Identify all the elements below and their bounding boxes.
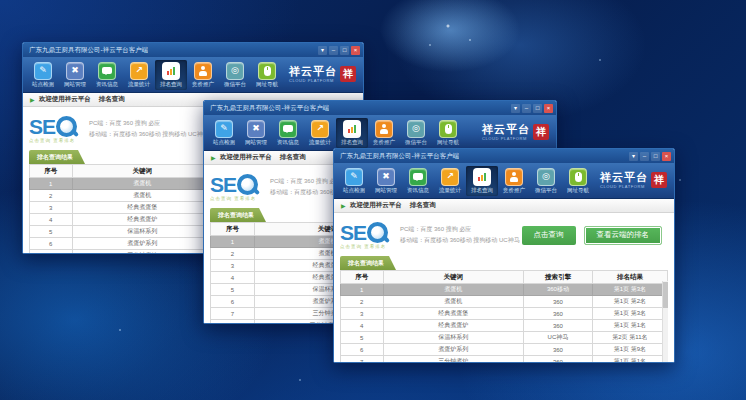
- skin-button[interactable]: ▾: [629, 152, 638, 161]
- minimize-button[interactable]: –: [522, 104, 531, 113]
- toolbar-item-traffic[interactable]: ↗ 流量统计: [123, 60, 155, 90]
- window-titlebar[interactable]: 广东九鼎王厨具有限公司-祥云平台客户端 ▾ – □ ×: [334, 149, 674, 163]
- cell-engine: 360: [524, 356, 593, 364]
- cell-index: 6: [211, 296, 255, 308]
- toolbar-item-site-manage[interactable]: ✖ 网站管理: [59, 60, 91, 90]
- seo-tagline: 点击查询 查看排名: [210, 196, 258, 201]
- toolbar-icon-glyph: ✎: [39, 66, 47, 75]
- close-button[interactable]: ×: [544, 104, 553, 113]
- cell-engine: 360: [524, 296, 593, 308]
- toolbar-icon-glyph: [575, 172, 582, 182]
- toolbar-item-site-manage[interactable]: ✖ 网站管理: [370, 166, 402, 196]
- tab-rank-results[interactable]: 排名查询结果: [29, 150, 85, 164]
- cell-index: 2: [211, 248, 255, 260]
- toolbar-item-site-check[interactable]: ✎ 站点检测: [208, 118, 240, 148]
- header-rank: 排名结果: [592, 271, 667, 284]
- toolbar-icon-glyph: ◎: [412, 124, 420, 133]
- table-row[interactable]: 3 经典煮蛋堡 360 第1页 第3名: [341, 308, 668, 320]
- tab-rank-results[interactable]: 排名查询结果: [210, 208, 266, 222]
- toolbar-item-site-nav[interactable]: 网址导航: [432, 118, 464, 148]
- tab-rank-results[interactable]: 排名查询结果: [340, 256, 396, 270]
- cell-rank: 第1页 第1名: [592, 356, 667, 364]
- toolbar-item-bid-promo[interactable]: 竞价推广: [187, 60, 219, 90]
- table-row[interactable]: 5 保温杯系列 UC神马 第2页 第11名: [341, 332, 668, 344]
- query-button[interactable]: 点击查询: [522, 226, 576, 245]
- toolbar-icon-glyph: ◎: [542, 172, 550, 181]
- site-manage-icon: ✖: [66, 62, 84, 80]
- seo-logo: SE 点击查询 查看排名: [210, 174, 258, 201]
- cell-index: 5: [211, 284, 255, 296]
- toolbar-item-wechat[interactable]: ◎ 微信平台: [400, 118, 432, 148]
- toolbar-item-site-nav[interactable]: 网址导航: [251, 60, 283, 90]
- cell-index: 8: [211, 320, 255, 325]
- toolbar-item-rank-query[interactable]: 排名查询: [155, 60, 187, 90]
- toolbar-item-label: 竞价推广: [192, 81, 214, 88]
- close-button[interactable]: ×: [662, 152, 671, 161]
- toolbar-item-rank-query[interactable]: 排名查询: [466, 166, 498, 196]
- toolbar-icon-glyph: ✖: [252, 124, 260, 133]
- toolbar-item-site-manage[interactable]: ✖ 网站管理: [240, 118, 272, 148]
- toolbar-item-wechat[interactable]: ◎ 微信平台: [530, 166, 562, 196]
- mobile-engines-line: 移动端：百度移动 360移动 搜狗移动 UC神马: [89, 129, 209, 140]
- maximize-button[interactable]: □: [533, 104, 542, 113]
- toolbar-item-site-nav[interactable]: 网址导航: [562, 166, 594, 196]
- toolbar-icon-glyph: [510, 172, 519, 182]
- toolbar-item-label: 微信平台: [224, 81, 246, 88]
- brand-logo: 祥云平台 CLOUD PLATFORM 祥: [600, 172, 669, 189]
- table-scrollbar[interactable]: [662, 281, 668, 362]
- minimize-button[interactable]: –: [640, 152, 649, 161]
- cell-keyword: 煮蛋机: [72, 190, 213, 202]
- maximize-button[interactable]: □: [340, 46, 349, 55]
- window-titlebar[interactable]: 广东九鼎王厨具有限公司-祥云平台客户端 ▾ – □ ×: [204, 101, 556, 115]
- toolbar-icon-glyph: [413, 173, 423, 180]
- toolbar-icon-glyph: ↗: [135, 66, 143, 75]
- cell-keyword: 煮蛋炉系列: [72, 238, 213, 250]
- pc-engines-line: PC端：百度 360 搜狗 必应: [89, 118, 209, 129]
- toolbar-icon-glyph: ✎: [350, 172, 358, 181]
- toolbar-icon-glyph: [445, 124, 452, 134]
- toolbar-icon-glyph: ✖: [382, 172, 390, 181]
- site-nav-icon: [258, 62, 276, 80]
- toolbar-icon-glyph: ✎: [220, 124, 228, 133]
- toolbar-item-bid-promo[interactable]: 竞价推广: [368, 118, 400, 148]
- magnifier-icon: [56, 116, 77, 137]
- brand-seal-icon: 祥: [340, 66, 356, 82]
- toolbar-items: ✎ 站点检测 ✖ 网站管理 资讯信息 ↗ 流量统计 排名查询 竞价推广: [338, 166, 594, 196]
- toolbar-item-traffic[interactable]: ↗ 流量统计: [434, 166, 466, 196]
- breadcrumb-section: 排名查询: [99, 95, 125, 104]
- skin-button[interactable]: ▾: [511, 104, 520, 113]
- table-row[interactable]: 6 煮蛋炉系列 360 第1页 第9名: [341, 344, 668, 356]
- toolbar-item-label: 资讯信息: [96, 81, 118, 88]
- toolbar-item-site-check[interactable]: ✎ 站点检测: [338, 166, 370, 196]
- toolbar-item-news-info[interactable]: 资讯信息: [402, 166, 434, 196]
- maximize-button[interactable]: □: [651, 152, 660, 161]
- table-row[interactable]: 2 煮蛋机 360 第1页 第2名: [341, 296, 668, 308]
- table-row[interactable]: 1 煮蛋机 360移动 第1页 第3名: [341, 284, 668, 296]
- minimize-button[interactable]: –: [329, 46, 338, 55]
- cell-index: 5: [30, 226, 73, 238]
- toolbar-item-label: 微信平台: [535, 187, 557, 194]
- toolbar-item-wechat[interactable]: ◎ 微信平台: [219, 60, 251, 90]
- header-keyword: 关键词: [383, 271, 524, 284]
- table-row[interactable]: 7 三分钟煮炉 360 第1页 第1名: [341, 356, 668, 364]
- site-nav-icon: [439, 120, 457, 138]
- cell-keyword: 经典煮蛋堡: [72, 202, 213, 214]
- toolbar-item-label: 流量统计: [128, 81, 150, 88]
- view-cloud-rank-button[interactable]: 查看云端的排名: [584, 226, 663, 245]
- toolbar-item-rank-query[interactable]: 排名查询: [336, 118, 368, 148]
- traffic-stats-icon: ↗: [311, 120, 329, 138]
- toolbar-item-news-info[interactable]: 资讯信息: [91, 60, 123, 90]
- window-controls: ▾ – □ ×: [318, 46, 360, 55]
- toolbar-item-bid-promo[interactable]: 竞价推广: [498, 166, 530, 196]
- scrollbar-thumb[interactable]: [663, 282, 668, 308]
- skin-button[interactable]: ▾: [318, 46, 327, 55]
- toolbar-items: ✎ 站点检测 ✖ 网站管理 资讯信息 ↗ 流量统计 排名查询 竞价推广: [208, 118, 464, 148]
- window-titlebar[interactable]: 广东九鼎王厨具有限公司-祥云平台客户端 ▾ – □ ×: [23, 43, 363, 57]
- toolbar-item-news-info[interactable]: 资讯信息: [272, 118, 304, 148]
- table-row[interactable]: 4 经典煮蛋炉 360 第1页 第1名: [341, 320, 668, 332]
- close-button[interactable]: ×: [351, 46, 360, 55]
- toolbar-item-site-check[interactable]: ✎ 站点检测: [27, 60, 59, 90]
- header-engine: 搜索引擎: [524, 271, 593, 284]
- site-check-icon: ✎: [34, 62, 52, 80]
- toolbar-item-traffic[interactable]: ↗ 流量统计: [304, 118, 336, 148]
